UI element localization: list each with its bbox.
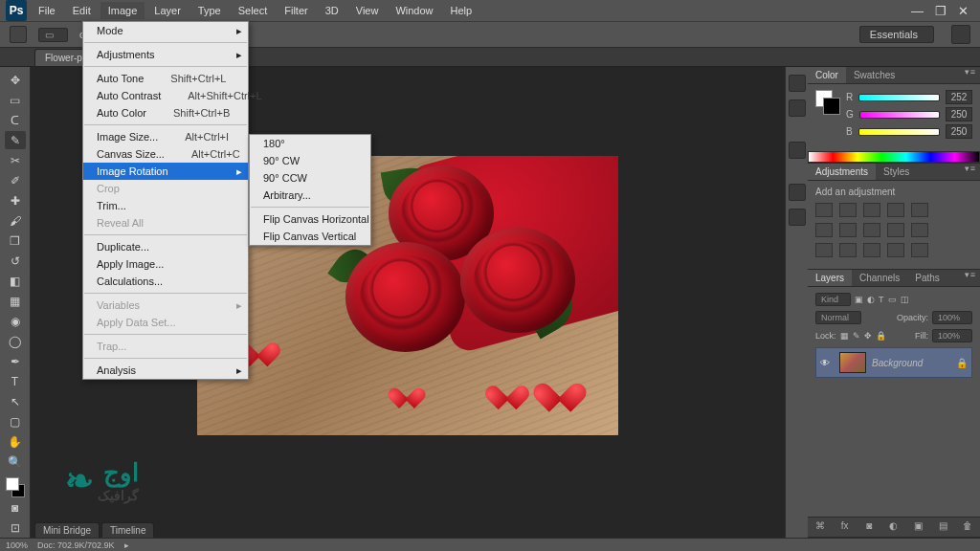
adj-channel-mixer-icon[interactable] (887, 223, 904, 237)
blur-tool[interactable]: ◉ (5, 313, 26, 331)
tab-timeline[interactable]: Timeline (101, 522, 154, 538)
tab-layers[interactable]: Layers (808, 270, 852, 286)
g-slider[interactable] (859, 111, 940, 119)
adj-threshold-icon[interactable] (863, 243, 880, 257)
fg-bg-swatch[interactable] (815, 90, 840, 115)
adj-selective-color-icon[interactable] (911, 243, 928, 257)
menu-image-rotation[interactable]: Image Rotation (83, 163, 248, 180)
menu-duplicate[interactable]: Duplicate... (83, 238, 248, 255)
adj-photo-filter-icon[interactable] (863, 223, 880, 237)
adj-vibrance-icon[interactable] (911, 203, 928, 217)
layer-fx-icon[interactable]: fx (838, 520, 852, 534)
g-value[interactable]: 250 (946, 107, 972, 121)
flip-vertical[interactable]: Flip Canvas Vertical (250, 228, 370, 245)
layer-mask-icon[interactable]: ◙ (862, 520, 876, 534)
minimize-button[interactable]: — (911, 4, 924, 18)
menu-auto-tone[interactable]: Auto ToneShift+Ctrl+L (83, 70, 248, 87)
adj-exposure-icon[interactable] (887, 203, 904, 217)
filter-adj-icon[interactable]: ◐ (867, 295, 875, 304)
menu-adjustments[interactable]: Adjustments (83, 46, 248, 63)
hand-tool[interactable]: ✋ (5, 433, 26, 452)
status-arrow-icon[interactable]: ▸ (124, 540, 129, 550)
eraser-tool[interactable]: ◧ (5, 272, 26, 290)
menu-file[interactable]: File (31, 2, 63, 19)
layer-background[interactable]: 👁 Background 🔒 (815, 347, 972, 378)
adj-gradient-map-icon[interactable] (887, 243, 904, 257)
menu-variables[interactable]: Variables (83, 297, 248, 314)
adj-invert-icon[interactable] (815, 243, 833, 257)
rotate-180[interactable]: 180° (250, 135, 370, 152)
tool-preset[interactable] (10, 26, 27, 43)
filter-shape-icon[interactable]: ▭ (888, 295, 897, 304)
menu-image[interactable]: Image (100, 2, 145, 19)
visibility-icon[interactable]: 👁 (820, 358, 834, 368)
pen-tool[interactable]: ✒ (5, 353, 26, 371)
b-value[interactable]: 250 (946, 124, 972, 139)
zoom-level[interactable]: 100% (6, 540, 28, 550)
menu-select[interactable]: Select (231, 2, 276, 19)
tab-swatches[interactable]: Swatches (846, 67, 902, 83)
lock-all-icon[interactable]: 🔒 (876, 331, 886, 341)
lock-transparency-icon[interactable]: ▦ (840, 331, 849, 341)
tab-color[interactable]: Color (808, 67, 846, 83)
zoom-tool[interactable]: 🔍 (5, 453, 26, 472)
adj-brightness-icon[interactable] (815, 203, 833, 217)
adj-hue-icon[interactable] (815, 223, 833, 237)
stamp-tool[interactable]: ❐ (5, 231, 26, 250)
menu-auto-contrast[interactable]: Auto ContrastAlt+Shift+Ctrl+L (83, 87, 248, 104)
menu-canvas-size[interactable]: Canvas Size...Alt+Ctrl+C (83, 145, 248, 163)
marquee-tool[interactable]: ▭ (5, 91, 26, 109)
menu-trap[interactable]: Trap... (83, 338, 248, 355)
new-fill-icon[interactable]: ◐ (887, 520, 901, 534)
spectrum-bar[interactable] (808, 151, 980, 163)
menu-auto-color[interactable]: Auto ColorShift+Ctrl+B (83, 104, 248, 121)
tab-mini-bridge[interactable]: Mini Bridge (34, 522, 100, 538)
tab-channels[interactable]: Channels (852, 270, 907, 286)
adj-bw-icon[interactable] (839, 223, 857, 237)
lock-paint-icon[interactable]: ✎ (853, 331, 860, 341)
menu-window[interactable]: Window (388, 2, 440, 19)
quick-mask-toggle[interactable]: ◙ (5, 499, 26, 518)
tab-paths[interactable]: Paths (907, 270, 947, 286)
menu-help[interactable]: Help (443, 2, 480, 19)
filter-img-icon[interactable]: ▣ (855, 295, 863, 304)
dodge-tool[interactable]: ◯ (5, 333, 26, 351)
rotate-90ccw[interactable]: 90° CCW (250, 169, 370, 187)
close-button[interactable]: ✕ (958, 4, 969, 18)
paragraph-icon[interactable] (789, 209, 806, 226)
b-slider[interactable] (858, 128, 940, 136)
history-icon[interactable] (789, 75, 806, 92)
adj-color-lookup-icon[interactable] (911, 223, 928, 237)
fill-value[interactable]: 100% (932, 329, 972, 342)
eyedropper-tool[interactable]: ✐ (5, 171, 26, 189)
r-slider[interactable] (858, 94, 940, 101)
maximize-button[interactable]: ❐ (935, 4, 947, 18)
menu-view[interactable]: View (348, 2, 387, 19)
layer-name[interactable]: Background (872, 358, 923, 368)
adj-curves-icon[interactable] (863, 203, 880, 217)
tab-adjustments[interactable]: Adjustments (808, 164, 876, 180)
r-value[interactable]: 252 (946, 90, 972, 104)
menu-mode[interactable]: Mode (83, 22, 248, 39)
blend-mode-select[interactable]: Normal (815, 311, 861, 324)
actions-icon[interactable] (789, 99, 806, 117)
selection-mode[interactable]: ▭ (38, 28, 68, 42)
rotate-arbitrary[interactable]: Arbitrary... (250, 187, 370, 204)
menu-apply-image[interactable]: Apply Image... (83, 255, 248, 273)
layer-kind-filter[interactable]: Kind (815, 293, 851, 306)
menu-crop[interactable]: Crop (83, 180, 248, 197)
layer-thumbnail[interactable] (839, 352, 866, 373)
opacity-value[interactable]: 100% (932, 311, 972, 324)
gradient-tool[interactable]: ▦ (5, 293, 26, 311)
menu-filter[interactable]: Filter (277, 2, 315, 19)
panel-menu-icon[interactable] (951, 25, 970, 44)
menu-edit[interactable]: Edit (65, 2, 99, 19)
delete-layer-icon[interactable]: 🗑 (961, 520, 974, 534)
link-layers-icon[interactable]: ⌘ (813, 520, 827, 534)
menu-apply-dataset[interactable]: Apply Data Set... (83, 314, 248, 331)
menu-3d[interactable]: 3D (318, 2, 346, 19)
menu-image-size[interactable]: Image Size...Alt+Ctrl+I (83, 128, 248, 145)
workspace-switcher[interactable]: Essentials (859, 26, 934, 43)
lock-position-icon[interactable]: ✥ (864, 331, 872, 341)
lasso-tool[interactable]: ᑕ (5, 111, 26, 129)
